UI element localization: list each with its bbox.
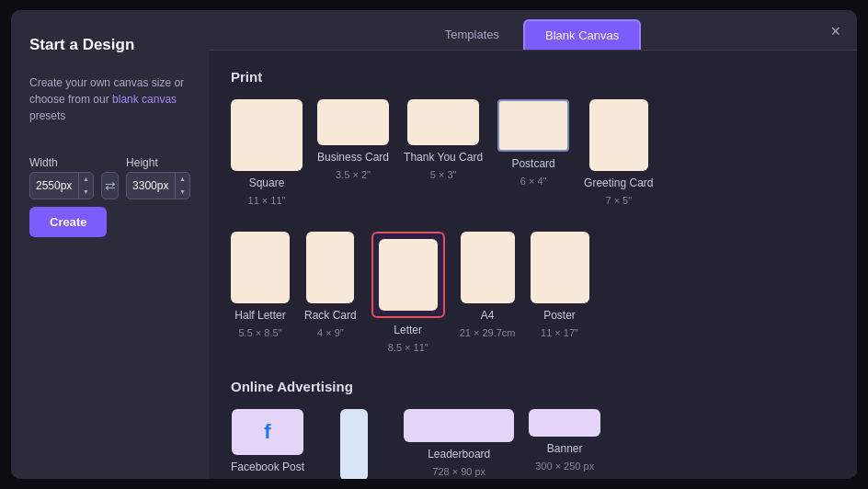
- right-panel: Templates Blank Canvas × Print Square 11…: [209, 10, 857, 479]
- template-item-rack-card[interactable]: Rack Card 4 × 9": [304, 232, 357, 353]
- modal-description: Create your own canvas size or choose fr…: [29, 74, 190, 124]
- template-name-thank-you-card: Thank You Card: [404, 151, 483, 164]
- template-item-leaderboard[interactable]: Leaderboard 728 × 90 px: [404, 409, 514, 479]
- template-item-facebook-post[interactable]: f Facebook Post 940 × 788 px: [231, 409, 304, 479]
- template-thumb-leaderboard: [404, 409, 514, 442]
- height-input[interactable]: [127, 179, 175, 192]
- template-item-story[interactable]: Story 1080 × 1920 px: [319, 409, 389, 479]
- template-item-thank-you-card[interactable]: Thank You Card 5 × 3": [404, 99, 483, 206]
- start-design-modal: Start a Design Create your own canvas si…: [11, 10, 857, 479]
- width-spinners: ▲ ▼: [78, 173, 93, 199]
- template-item-a4[interactable]: A4 21 × 29.7cm: [460, 232, 516, 353]
- height-label: Height: [126, 156, 190, 169]
- template-size-banner: 300 × 250 px: [535, 461, 594, 472]
- print-template-grid-row2: Half Letter 5.5 × 8.5" Rack Card 4 × 9": [231, 232, 835, 353]
- template-name-business-card: Business Card: [317, 151, 389, 164]
- height-up-button[interactable]: ▲: [176, 173, 189, 186]
- print-template-grid: Square 11 × 11" Business Card 3.5 × 2" T…: [231, 99, 835, 206]
- template-size-letter: 8.5 × 11": [388, 342, 428, 353]
- template-thumb-thank-you-card: [407, 99, 479, 145]
- close-button[interactable]: ×: [827, 19, 844, 43]
- template-name-poster: Poster: [543, 309, 576, 322]
- template-item-postcard[interactable]: Postcard 6 × 4": [497, 99, 569, 206]
- letter-selected-wrap: [371, 232, 445, 318]
- template-thumb-letter: [379, 239, 438, 311]
- template-thumb-facebook-post: f: [232, 409, 303, 455]
- template-thumb-banner: [529, 409, 600, 437]
- template-size-rack-card: 4 × 9": [317, 327, 344, 338]
- template-thumb-square: [231, 99, 303, 171]
- content-scroll[interactable]: Print Square 11 × 11" Business Card 3.5 …: [209, 51, 857, 479]
- template-item-letter[interactable]: Letter 8.5 × 11": [371, 232, 445, 353]
- left-panel: Start a Design Create your own canvas si…: [11, 10, 209, 479]
- template-name-rack-card: Rack Card: [304, 309, 357, 322]
- template-size-postcard: 6 × 4": [520, 176, 547, 187]
- template-name-postcard: Postcard: [511, 157, 554, 170]
- template-name-facebook-post: Facebook Post: [231, 461, 304, 473]
- template-size-leaderboard: 728 × 90 px: [432, 466, 485, 477]
- modal-overlay: Start a Design Create your own canvas si…: [0, 0, 868, 489]
- template-item-half-letter[interactable]: Half Letter 5.5 × 8.5": [231, 232, 290, 353]
- online-template-grid: f Facebook Post 940 × 788 px Story 1080 …: [231, 409, 835, 479]
- template-size-a4: 21 × 29.7cm: [460, 327, 516, 338]
- width-input[interactable]: [30, 179, 78, 192]
- template-item-greeting-card[interactable]: Greeting Card 7 × 5": [584, 99, 653, 206]
- template-item-poster[interactable]: Poster 11 × 17": [531, 232, 589, 353]
- template-thumb-poster: [531, 232, 589, 303]
- blank-canvas-link[interactable]: blank canvas: [112, 93, 177, 106]
- template-thumb-business-card: [317, 99, 389, 145]
- template-name-greeting-card: Greeting Card: [584, 176, 653, 189]
- height-spinners: ▲ ▼: [175, 173, 189, 199]
- template-size-greeting-card: 7 × 5": [605, 195, 632, 206]
- template-size-half-letter: 5.5 × 8.5": [238, 327, 281, 338]
- template-item-business-card[interactable]: Business Card 3.5 × 2": [317, 99, 389, 206]
- template-thumb-rack-card: [306, 232, 354, 303]
- template-size-square: 11 × 11": [248, 195, 286, 206]
- width-label: Width: [29, 156, 94, 169]
- template-thumb-a4: [461, 232, 515, 303]
- tab-templates[interactable]: Templates: [425, 20, 520, 49]
- template-thumb-postcard: [497, 99, 569, 152]
- template-size-business-card: 3.5 × 2": [336, 169, 371, 180]
- template-size-poster: 11 × 17": [541, 327, 578, 338]
- width-up-button[interactable]: ▲: [79, 173, 93, 186]
- template-size-thank-you-card: 5 × 3": [430, 169, 457, 180]
- facebook-icon: f: [264, 420, 270, 444]
- template-name-half-letter: Half Letter: [234, 309, 285, 322]
- template-thumb-half-letter: [231, 232, 290, 303]
- swap-dimensions-button[interactable]: ⇄: [101, 172, 119, 199]
- template-item-banner[interactable]: Banner 300 × 250 px: [529, 409, 600, 479]
- print-section-title: Print: [231, 69, 835, 85]
- template-name-leaderboard: Leaderboard: [428, 448, 490, 461]
- template-name-a4: A4: [481, 309, 495, 322]
- create-button[interactable]: Create: [29, 207, 107, 237]
- width-down-button[interactable]: ▼: [79, 186, 93, 199]
- template-thumb-greeting-card: [589, 99, 648, 171]
- template-name-square: Square: [249, 176, 285, 189]
- template-name-letter: Letter: [394, 324, 422, 336]
- template-item-square[interactable]: Square 11 × 11": [231, 99, 303, 206]
- tab-bar: Templates Blank Canvas ×: [209, 10, 857, 51]
- online-section-title: Online Advertising: [231, 379, 835, 394]
- tab-blank-canvas[interactable]: Blank Canvas: [523, 19, 641, 50]
- height-down-button[interactable]: ▼: [176, 186, 189, 199]
- modal-title: Start a Design: [29, 36, 190, 54]
- template-thumb-story: [340, 409, 368, 479]
- template-name-banner: Banner: [547, 442, 583, 455]
